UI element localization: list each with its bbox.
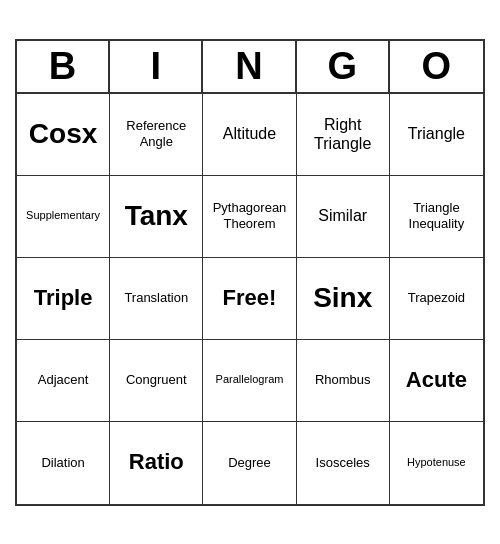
bingo-cell: Triangle <box>390 94 483 176</box>
cell-text: Congruent <box>126 372 187 388</box>
bingo-cell: Acute <box>390 340 483 422</box>
bingo-cell: Similar <box>297 176 390 258</box>
cell-text: Isosceles <box>316 455 370 471</box>
bingo-cell: Tanx <box>110 176 203 258</box>
bingo-cell: Triangle Inequality <box>390 176 483 258</box>
cell-text: Triple <box>34 285 93 311</box>
cell-text: Dilation <box>41 455 84 471</box>
cell-text: Rhombus <box>315 372 371 388</box>
header-letter: N <box>203 41 296 92</box>
bingo-cell: Triple <box>17 258 110 340</box>
bingo-cell: Sinx <box>297 258 390 340</box>
bingo-cell: Rhombus <box>297 340 390 422</box>
bingo-cell: Supplementary <box>17 176 110 258</box>
cell-text: Triangle <box>408 124 465 143</box>
cell-text: Adjacent <box>38 372 89 388</box>
bingo-cell: Translation <box>110 258 203 340</box>
bingo-cell: Pythagorean Theorem <box>203 176 296 258</box>
cell-text: Free! <box>223 285 277 311</box>
cell-text: Sinx <box>313 281 372 315</box>
bingo-cell: Hypotenuse <box>390 422 483 504</box>
cell-text: Degree <box>228 455 271 471</box>
cell-text: Parallelogram <box>216 373 284 386</box>
cell-text: Ratio <box>129 449 184 475</box>
cell-text: Trapezoid <box>408 290 465 306</box>
cell-text: Cosx <box>29 117 97 151</box>
bingo-cell: Cosx <box>17 94 110 176</box>
cell-text: Translation <box>124 290 188 306</box>
bingo-cell: Free! <box>203 258 296 340</box>
bingo-cell: Adjacent <box>17 340 110 422</box>
bingo-grid: CosxReference AngleAltitudeRight Triangl… <box>17 94 483 504</box>
bingo-cell: Altitude <box>203 94 296 176</box>
header-letter: O <box>390 41 483 92</box>
bingo-cell: Dilation <box>17 422 110 504</box>
bingo-cell: Trapezoid <box>390 258 483 340</box>
cell-text: Right Triangle <box>301 115 385 153</box>
bingo-cell: Reference Angle <box>110 94 203 176</box>
cell-text: Tanx <box>125 199 188 233</box>
cell-text: Pythagorean Theorem <box>207 200 291 231</box>
bingo-cell: Degree <box>203 422 296 504</box>
cell-text: Altitude <box>223 124 276 143</box>
cell-text: Supplementary <box>26 209 100 222</box>
cell-text: Triangle Inequality <box>394 200 479 231</box>
cell-text: Hypotenuse <box>407 456 466 469</box>
bingo-cell: Right Triangle <box>297 94 390 176</box>
header-letter: I <box>110 41 203 92</box>
cell-text: Acute <box>406 367 467 393</box>
bingo-cell: Isosceles <box>297 422 390 504</box>
bingo-cell: Ratio <box>110 422 203 504</box>
bingo-cell: Congruent <box>110 340 203 422</box>
header-letter: B <box>17 41 110 92</box>
bingo-card: BINGO CosxReference AngleAltitudeRight T… <box>15 39 485 506</box>
cell-text: Reference Angle <box>114 118 198 149</box>
cell-text: Similar <box>318 206 367 225</box>
bingo-cell: Parallelogram <box>203 340 296 422</box>
header-letter: G <box>297 41 390 92</box>
bingo-header: BINGO <box>17 41 483 94</box>
